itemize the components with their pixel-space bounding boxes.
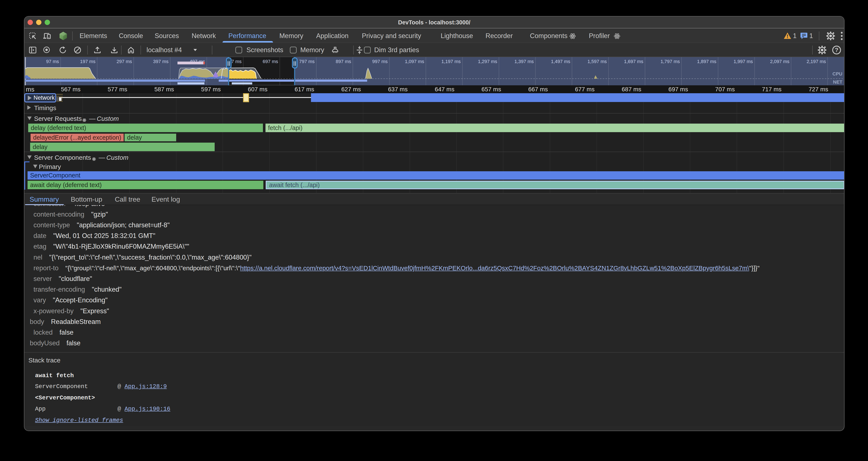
svg-text:?: ? [835,47,839,53]
